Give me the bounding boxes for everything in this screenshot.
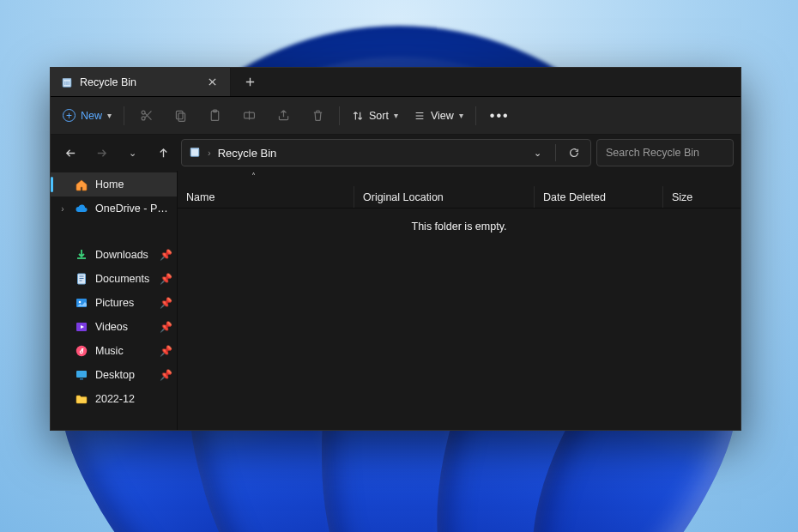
svg-point-3	[142, 111, 145, 114]
title-bar: Recycle Bin	[51, 68, 741, 97]
address-history-button[interactable]: ⌄	[526, 142, 548, 164]
desktop-icon	[75, 368, 88, 382]
pin-icon: 📌	[160, 345, 172, 357]
more-button[interactable]: •••	[481, 102, 518, 130]
arrow-up-icon	[157, 147, 170, 160]
cut-button[interactable]	[130, 102, 162, 130]
sidebar-item-music[interactable]: Music 📌	[51, 339, 177, 363]
sidebar-item-folder[interactable]: 2022-12	[51, 387, 177, 411]
sidebar-item-videos[interactable]: Videos 📌	[51, 315, 177, 339]
clipboard-icon	[208, 108, 222, 123]
sidebar-item-label: Downloads	[95, 249, 153, 261]
videos-icon	[75, 320, 88, 334]
chevron-down-icon: ⌄	[534, 148, 541, 159]
tab-close-button[interactable]	[203, 73, 221, 92]
copy-icon	[173, 108, 188, 123]
svg-rect-9	[190, 148, 199, 156]
pin-icon: 📌	[160, 369, 172, 381]
divider	[124, 106, 124, 125]
search-placeholder: Search Recycle Bin	[606, 147, 699, 159]
empty-folder-message: This folder is empty.	[178, 209, 741, 233]
forward-button[interactable]	[88, 140, 114, 166]
navigation-bar: ⌄ › Recycle Bin ⌄ Search Recycle Bin	[51, 135, 741, 171]
column-header-original-location[interactable]: Original Location	[354, 186, 535, 208]
up-button[interactable]	[150, 140, 176, 166]
divider	[339, 106, 340, 125]
delete-button[interactable]	[301, 102, 334, 130]
new-button[interactable]: + New ▾	[56, 102, 118, 130]
sidebar-item-documents[interactable]: Documents 📌	[51, 267, 177, 291]
svg-point-13	[79, 301, 82, 304]
pictures-icon	[75, 296, 88, 310]
sidebar-item-label: Desktop	[95, 369, 153, 381]
divider	[555, 144, 556, 161]
sidebar-item-label: Home	[95, 178, 172, 190]
paste-button[interactable]	[198, 102, 231, 130]
sort-icon	[352, 110, 364, 122]
search-input[interactable]: Search Recycle Bin	[596, 139, 734, 166]
trash-icon	[311, 108, 325, 123]
scissors-icon	[139, 108, 154, 123]
sidebar-item-downloads[interactable]: Downloads 📌	[51, 243, 177, 267]
sort-caret-icon: ˄	[251, 172, 256, 181]
sort-button[interactable]: Sort ▾	[345, 102, 405, 130]
column-label: Name	[186, 191, 215, 203]
chevron-down-icon: ⌄	[129, 148, 136, 159]
new-button-label: New	[81, 110, 102, 122]
recycle-bin-icon	[61, 76, 73, 88]
recycle-bin-icon	[189, 146, 201, 160]
share-icon	[276, 108, 291, 123]
breadcrumb-separator: ›	[208, 148, 211, 158]
document-icon	[75, 272, 88, 286]
share-button[interactable]	[267, 102, 299, 130]
sidebar-item-label: OneDrive - Perso	[95, 203, 172, 215]
file-explorer-window: Recycle Bin + New ▾	[50, 67, 741, 431]
divider	[475, 106, 476, 125]
pin-icon: 📌	[160, 297, 172, 309]
refresh-button[interactable]	[563, 142, 585, 164]
pin-icon: 📌	[160, 273, 172, 285]
column-header-date-deleted[interactable]: Date Deleted	[535, 186, 663, 208]
svg-point-2	[142, 117, 145, 120]
address-bar[interactable]: › Recycle Bin ⌄	[181, 139, 591, 166]
sidebar-item-home[interactable]: Home	[51, 172, 177, 196]
sidebar-item-label: Music	[95, 345, 153, 357]
navigation-pane: Home › OneDrive - Perso Downloads 📌	[51, 171, 178, 430]
sort-label: Sort	[369, 110, 389, 122]
column-header-size[interactable]: Size	[663, 186, 741, 208]
pin-icon: 📌	[160, 249, 172, 261]
column-headers: Name Original Location Date Deleted Size	[178, 186, 741, 209]
sidebar-item-onedrive[interactable]: › OneDrive - Perso	[51, 196, 177, 221]
sort-indicator-row: ˄	[178, 171, 741, 186]
sidebar-item-desktop[interactable]: Desktop 📌	[51, 363, 177, 387]
home-icon	[75, 178, 88, 191]
breadcrumb-item[interactable]: Recycle Bin	[218, 147, 277, 160]
recent-locations-button[interactable]: ⌄	[119, 140, 145, 166]
view-button[interactable]: View ▾	[407, 102, 470, 130]
tab-title: Recycle Bin	[80, 76, 196, 88]
download-icon	[75, 248, 88, 262]
sidebar-item-pictures[interactable]: Pictures 📌	[51, 291, 177, 315]
column-label: Date Deleted	[543, 191, 606, 203]
tab-recycle-bin[interactable]: Recycle Bin	[51, 68, 231, 96]
copy-button[interactable]	[164, 102, 196, 130]
folder-icon	[75, 392, 88, 406]
cloud-icon	[75, 202, 88, 215]
rename-button[interactable]	[233, 102, 265, 130]
svg-rect-1	[63, 78, 72, 80]
column-label: Original Location	[363, 191, 444, 203]
column-header-name[interactable]: Name	[178, 186, 354, 208]
svg-rect-16	[76, 371, 87, 378]
content-pane: ˄ Name Original Location Date Deleted Si…	[178, 171, 741, 430]
command-bar: + New ▾ Sort ▾ View	[51, 97, 741, 135]
svg-rect-17	[80, 378, 83, 380]
new-tab-button[interactable]	[231, 68, 269, 96]
expand-icon[interactable]: ›	[57, 204, 68, 214]
refresh-icon	[568, 147, 580, 159]
back-button[interactable]	[57, 140, 83, 166]
sidebar-item-label: Pictures	[95, 297, 153, 309]
chevron-down-icon: ▾	[107, 111, 112, 120]
chevron-down-icon: ▾	[394, 111, 398, 120]
sidebar-item-label: Documents	[95, 273, 153, 285]
more-icon: •••	[490, 108, 510, 124]
